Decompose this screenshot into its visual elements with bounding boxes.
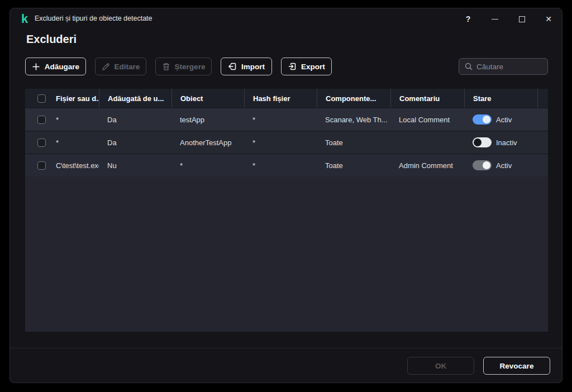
kaspersky-logo: k xyxy=(18,12,31,26)
app-window: k Excluderi și tipuri de obiecte detecta… xyxy=(9,8,563,383)
export-button[interactable]: Export xyxy=(281,58,332,75)
toggle-knob xyxy=(483,161,490,169)
row-checkbox[interactable] xyxy=(37,161,46,170)
cell-hash: * xyxy=(244,131,317,154)
state-label: Activ xyxy=(496,116,512,124)
cancel-button[interactable]: Revocare xyxy=(483,357,550,375)
table-header-row: Fișier sau d... Adăugată de u... Obiect … xyxy=(25,89,548,108)
toggle-knob xyxy=(483,116,490,123)
toggle-knob xyxy=(474,138,482,146)
table-row[interactable]: * Da AnotherTestApp * Toate Inactiv xyxy=(25,131,548,154)
cell-spacer xyxy=(537,131,548,154)
close-icon: ✕ xyxy=(545,15,552,23)
maximize-button[interactable] xyxy=(514,11,530,27)
delete-button[interactable]: Ștergere xyxy=(155,58,212,75)
state-toggle[interactable] xyxy=(473,114,492,125)
cell-file: C\test\test.exe xyxy=(47,154,99,176)
cell-file: * xyxy=(47,131,99,154)
ok-button[interactable]: OK xyxy=(407,357,474,375)
table-row[interactable]: * Da testApp * Scanare, Web Th... Local … xyxy=(25,108,548,131)
trash-icon xyxy=(162,63,170,71)
pencil-icon xyxy=(102,63,110,71)
help-button[interactable]: ? xyxy=(460,11,476,27)
exclusions-table: Fișier sau d... Adăugată de u... Obiect … xyxy=(25,89,548,332)
cell-object: * xyxy=(171,154,244,176)
col-header-hash[interactable]: Hash fișier xyxy=(244,89,317,108)
maximize-icon xyxy=(519,16,525,22)
row-checkbox[interactable] xyxy=(37,138,46,147)
minimize-button[interactable] xyxy=(487,11,503,27)
window-title: Excluderi și tipuri de obiecte detectate xyxy=(35,15,152,22)
col-header-comment[interactable]: Comentariu xyxy=(390,89,464,108)
cell-object: AnotherTestApp xyxy=(171,131,244,154)
cell-spacer xyxy=(537,154,548,176)
col-header-file[interactable]: Fișier sau d... xyxy=(47,89,99,108)
window-controls: ? ✕ xyxy=(449,11,556,27)
help-icon: ? xyxy=(466,15,471,23)
search-box[interactable] xyxy=(459,58,548,75)
minimize-icon xyxy=(492,19,498,20)
state-toggle[interactable] xyxy=(473,160,492,170)
search-icon xyxy=(465,63,473,70)
cell-object: testApp xyxy=(171,108,244,131)
cell-added-by-user: Nu xyxy=(99,154,171,176)
cell-state: Activ xyxy=(464,154,537,176)
col-header-state[interactable]: Stare xyxy=(464,89,537,108)
cell-comment: Admin Comment xyxy=(390,154,464,176)
add-button[interactable]: Adăugare xyxy=(25,58,86,75)
state-label: Inactiv xyxy=(496,138,517,147)
cell-state: Activ xyxy=(464,108,537,131)
page-title: Excluderi xyxy=(26,33,77,46)
col-header-components[interactable]: Componente... xyxy=(317,89,390,108)
footer-divider xyxy=(10,348,562,348)
cell-components: Toate xyxy=(317,154,390,176)
cell-file: * xyxy=(47,108,99,131)
cell-added-by-user: Da xyxy=(99,131,171,154)
desktop-background: k Excluderi și tipuri de obiecte detecta… xyxy=(0,0,572,392)
cell-components: Toate xyxy=(317,131,390,154)
state-toggle[interactable] xyxy=(473,137,492,147)
state-label: Activ xyxy=(496,161,512,170)
table-row[interactable]: C\test\test.exe Nu * * Toate Admin Comme… xyxy=(25,154,548,176)
col-header-added-by-user[interactable]: Adăugată de u... xyxy=(99,89,171,108)
cell-hash: * xyxy=(244,154,317,176)
col-header-object[interactable]: Obiect xyxy=(171,89,244,108)
col-header-spacer xyxy=(537,89,548,108)
edit-button[interactable]: Editare xyxy=(95,58,146,75)
import-button[interactable]: Import xyxy=(221,58,272,75)
cell-comment xyxy=(390,131,464,154)
import-icon xyxy=(228,62,237,71)
plus-icon xyxy=(32,63,40,71)
row-checkbox[interactable] xyxy=(37,116,46,124)
search-input[interactable] xyxy=(476,63,542,71)
select-all-checkbox[interactable] xyxy=(37,94,46,103)
cell-state: Inactiv xyxy=(464,131,537,154)
cell-comment: Local Comment xyxy=(390,108,464,131)
close-button[interactable]: ✕ xyxy=(541,11,556,27)
cell-spacer xyxy=(537,108,548,131)
cell-components: Scanare, Web Th... xyxy=(317,108,390,131)
titlebar: k Excluderi și tipuri de obiecte detecta… xyxy=(10,8,562,30)
cell-hash: * xyxy=(244,108,317,131)
export-icon xyxy=(288,62,297,71)
cell-added-by-user: Da xyxy=(99,108,171,131)
